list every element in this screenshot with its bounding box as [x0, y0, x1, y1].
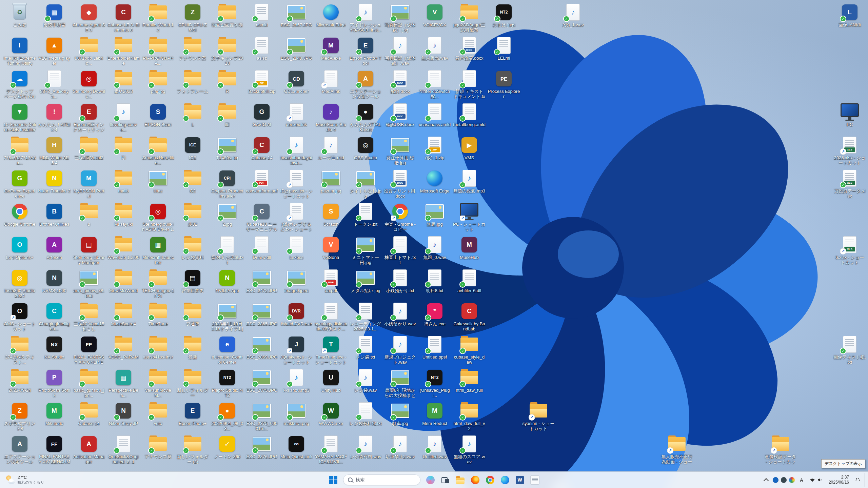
desktop-icon[interactable]: VVoiSona: [314, 235, 348, 267]
desktop-icon[interactable]: Google Chrome: [3, 201, 37, 234]
edge-button[interactable]: [498, 473, 512, 487]
desktop-icon[interactable]: ✓最新: [176, 334, 210, 367]
desktop-icon[interactable]: ✓タイトルなし.jpg: [349, 168, 382, 201]
desktop-icon[interactable]: ✓ESC_2848.JPG: [279, 35, 313, 68]
desktop-icon[interactable]: ●✓20220904_08_08...: [210, 401, 244, 433]
desktop-icon[interactable]: ◎Steinberg Downlo...: [72, 68, 106, 101]
task-view-button[interactable]: [438, 473, 452, 487]
desktop-icon[interactable]: eeLicenser Control Center: [210, 334, 244, 367]
desktop-icon[interactable]: ✓VaksunMovieM...: [141, 367, 175, 400]
desktop-icon[interactable]: PDF✓aa.pdf: [314, 268, 348, 301]
desktop-icon[interactable]: ✓フォトフレーム: [176, 68, 210, 101]
desktop-icon[interactable]: NNikon Transfer 2: [37, 168, 71, 201]
desktop-icon[interactable]: ∞Meta Quest Link: [279, 434, 313, 467]
desktop-icon[interactable]: SEPSON Scan: [141, 102, 175, 135]
desktop-icon[interactable]: ✓TEICH-tougou-1(仮): [141, 268, 175, 301]
desktop-icon[interactable]: M✓MedA.exe: [314, 35, 348, 68]
clock-button[interactable]: 2:37 2025/08/16: [826, 475, 851, 485]
desktop-icon[interactable]: ✓Untitled.ppsf: [418, 334, 452, 367]
desktop-icon[interactable]: CPI✓Crypton Product Installer: [210, 168, 244, 201]
desktop-icon[interactable]: ✓usasaaass.amld: [418, 102, 452, 135]
desktop-icon[interactable]: ✓image0.jpeg: [279, 268, 313, 301]
desktop-icon[interactable]: ◎✓Steinberg built-in ASIO Driver 1.09: [141, 201, 175, 234]
desktop-icon[interactable]: ✓synology diskstation関係スク...: [314, 301, 348, 334]
desktop-icon[interactable]: ↗PC - ショートカット: [452, 201, 486, 234]
desktop-icon[interactable]: ✓写真日記（仮体裁）.wav: [383, 35, 417, 68]
desktop-icon[interactable]: ✓2023-09-24: [3, 367, 37, 400]
desktop-icon[interactable]: MMikutodo: [37, 401, 71, 433]
desktop-icon[interactable]: ✓pgo2ADAggre三試料配布: [452, 2, 486, 35]
desktop-icon[interactable]: ZIP✓Backupfull.zip: [245, 68, 279, 101]
desktop-icon[interactable]: ✓アイドレッシュYOASOBI Inst...: [349, 2, 382, 35]
word-button[interactable]: [513, 473, 527, 487]
desktop-icon[interactable]: ✓無題の改変.mp3: [452, 168, 486, 201]
desktop-icon[interactable]: ✓メダル払い.jpg: [349, 268, 382, 301]
desktop-icon[interactable]: ✓Dearw.dll: [245, 235, 279, 267]
desktop-icon[interactable]: iIntel(R) Extreme Tuning Utility: [3, 35, 37, 68]
desktop-icon[interactable]: ✓MuseScore4: [106, 301, 140, 334]
desktop-icon[interactable]: N✓Nikon Stray JP: [106, 401, 140, 433]
desktop-icon[interactable]: ZCPUID CPU-Z MSI: [176, 2, 210, 35]
desktop-icon[interactable]: XLS↗✓2025.xlsx - ショートカット: [833, 135, 867, 168]
desktop-icon[interactable]: ✓写真日記（仮体裁）.jpg: [383, 2, 417, 35]
desktop-icon[interactable]: PPhotoScan Sonik: [37, 367, 71, 400]
desktop-icon[interactable]: ✓piagjpg: [141, 68, 175, 101]
desktop-icon[interactable]: ☁✓デスクトップ ページ移行 (OneDri...: [3, 68, 37, 101]
desktop-icon[interactable]: ✓T1480s.jpg: [210, 135, 244, 168]
recycle-bin[interactable]: ごみ箱: [3, 2, 37, 35]
desktop-icon[interactable]: ▲VLC media player: [37, 35, 71, 68]
desktop-icon[interactable]: ✓無人販売.wav: [418, 35, 452, 68]
desktop-icon[interactable]: MMem Reduct: [418, 401, 452, 433]
file-explorer-button[interactable]: [453, 473, 467, 487]
desktop-icon[interactable]: ✓VDSC_PARAM: [106, 334, 140, 367]
desktop-icon[interactable]: ✓makkura.png: [279, 401, 313, 433]
desktop-icon[interactable]: DOC✓投資プリント用.docx: [383, 168, 417, 201]
desktop-icon[interactable]: ✓thetallbeng.amld: [452, 102, 486, 135]
desktop-icon[interactable]: NNVMS-1000: [37, 268, 71, 301]
desktop-icon[interactable]: ✓lloveling-conve...: [106, 102, 140, 135]
desktop-icon[interactable]: ↗✓geexex.lnk: [279, 102, 313, 135]
desktop-icon[interactable]: ✓株直上トマト.txt: [383, 235, 417, 267]
desktop-icon[interactable]: !かんたん！AITalk 4: [37, 102, 71, 135]
desktop-icon[interactable]: ✓asusb41ss-Insr: [141, 334, 175, 367]
desktop-icon[interactable]: ✓レジ袋資料: [176, 235, 210, 267]
desktop-icon[interactable]: ✓274万645 テキスト...: [3, 334, 37, 367]
desktop-icon[interactable]: ✓Utaz: [141, 168, 175, 201]
desktop-icon[interactable]: VVOICEVOX: [418, 2, 452, 35]
desktop-icon[interactable]: ✓2.jpg: [210, 201, 244, 234]
desktop-icon[interactable]: O↗OMS - ショートカット: [3, 301, 37, 334]
desktop-icon[interactable]: ✓無題のスコア.wav: [452, 434, 486, 467]
desktop-icon[interactable]: ✓WaveLab 1.2.00: [106, 235, 140, 267]
desktop-icon[interactable]: ✓新規プロジェクト.wav: [383, 334, 417, 367]
desktop-icon[interactable]: ◎OBS Studio: [349, 135, 382, 168]
desktop-icon[interactable]: ↗幸楽 - Chrome - コピー: [383, 201, 417, 234]
desktop-icon[interactable]: ✓ESC_2876.JPG: [245, 434, 279, 467]
desktop-icon[interactable]: ✓ループ曲.mid: [314, 135, 348, 168]
desktop-icon[interactable]: BBrother Utilities: [37, 201, 71, 234]
desktop-icon[interactable]: T↗TimeTune.exe - ショートカット: [314, 334, 348, 367]
desktop-icon[interactable]: ✓Lexbss: [279, 235, 313, 267]
desktop-icon[interactable]: ✓8801bdb Lab4b...: [72, 35, 106, 68]
desktop-icon[interactable]: ✓レジ袋.txt: [349, 334, 382, 367]
desktop-icon[interactable]: ✓Smash&Hero-like...: [141, 135, 175, 168]
desktop-icon[interactable]: NNVIDIA App: [210, 268, 244, 301]
desktop-icon[interactable]: OLogi Options+: [3, 235, 37, 267]
weather-widget[interactable]: 27°C 晴れのちくもり: [3, 473, 48, 487]
desktop-icon[interactable]: DVR✓iWatchDVR.exe: [279, 301, 313, 334]
desktop-icon[interactable]: ✓図: [210, 102, 244, 135]
desktop-icon[interactable]: ✓mailb: [106, 168, 140, 201]
desktop-icon[interactable]: ✓PIAPRO CHARA...: [141, 35, 175, 68]
desktop-icon[interactable]: ✓html_daw_full_v2: [452, 401, 486, 433]
desktop-icon[interactable]: ✓yuto: [141, 401, 175, 433]
desktop-icon[interactable]: ✓無題_0.wav: [418, 235, 452, 267]
desktop-icon[interactable]: ▤Steinberg Library Manager: [72, 235, 106, 267]
desktop-icon[interactable]: ✓ESC_2875_00001m...: [245, 401, 279, 433]
desktop-icon[interactable]: ♪MuseScore Studio 4: [314, 102, 348, 135]
desktop-icon[interactable]: ✓html_daw_full: [452, 367, 486, 400]
tray-app-dark-icon[interactable]: [781, 477, 787, 483]
desktop-icon[interactable]: W✓WWWC.exe: [314, 401, 348, 433]
desktop-icon[interactable]: ✓剛: [106, 135, 140, 168]
desktop-icon[interactable]: ✓ESC_2865.JPG: [245, 301, 279, 334]
desktop-icon[interactable]: Microsoft Edge: [418, 168, 452, 201]
desktop-icon[interactable]: ↗✓syasinn - ショートカット: [521, 401, 555, 433]
